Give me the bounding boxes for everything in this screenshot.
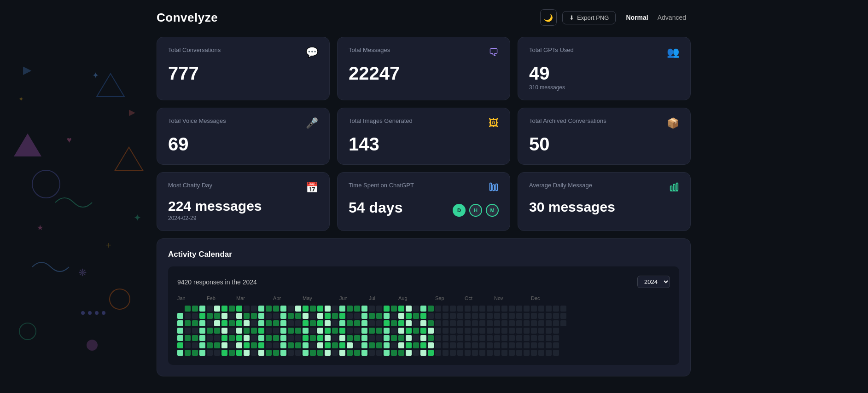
calendar-cell[interactable] [177, 335, 183, 341]
calendar-cell[interactable] [560, 342, 566, 348]
theme-toggle-button[interactable]: 🌙 [540, 9, 557, 26]
calendar-cell[interactable] [420, 342, 426, 348]
calendar-cell[interactable] [472, 350, 478, 356]
calendar-cell[interactable] [406, 313, 412, 319]
calendar-cell[interactable] [487, 306, 493, 312]
calendar-cell[interactable] [443, 342, 449, 348]
calendar-cell[interactable] [391, 320, 397, 326]
calendar-cell[interactable] [524, 335, 530, 341]
calendar-cell[interactable] [420, 328, 426, 334]
calendar-cell[interactable] [199, 335, 205, 341]
calendar-cell[interactable] [494, 350, 500, 356]
calendar-cell[interactable] [406, 335, 412, 341]
calendar-cell[interactable] [531, 306, 537, 312]
calendar-cell[interactable] [361, 320, 367, 326]
calendar-cell[interactable] [325, 320, 331, 326]
calendar-cell[interactable] [450, 342, 456, 348]
calendar-cell[interactable] [524, 350, 530, 356]
calendar-cell[interactable] [207, 306, 213, 312]
minute-badge[interactable]: M [486, 204, 499, 217]
calendar-cell[interactable] [273, 342, 279, 348]
calendar-cell[interactable] [288, 313, 294, 319]
calendar-cell[interactable] [531, 328, 537, 334]
calendar-cell[interactable] [266, 328, 272, 334]
calendar-cell[interactable] [435, 320, 441, 326]
calendar-cell[interactable] [479, 320, 485, 326]
calendar-cell[interactable] [560, 328, 566, 334]
calendar-cell[interactable] [420, 313, 426, 319]
calendar-cell[interactable] [361, 335, 367, 341]
calendar-cell[interactable] [266, 342, 272, 348]
calendar-cell[interactable] [258, 350, 264, 356]
calendar-cell[interactable] [509, 306, 515, 312]
calendar-cell[interactable] [317, 306, 323, 312]
calendar-cell[interactable] [413, 313, 419, 319]
calendar-cell[interactable] [546, 306, 552, 312]
calendar-cell[interactable] [332, 313, 338, 319]
calendar-cell[interactable] [317, 350, 323, 356]
calendar-cell[interactable] [428, 335, 434, 341]
calendar-cell[interactable] [177, 328, 183, 334]
calendar-cell[interactable] [398, 350, 404, 356]
calendar-cell[interactable] [443, 335, 449, 341]
calendar-cell[interactable] [236, 350, 242, 356]
calendar-cell[interactable] [214, 328, 220, 334]
calendar-cell[interactable] [192, 342, 198, 348]
calendar-cell[interactable] [509, 328, 515, 334]
calendar-cell[interactable] [303, 335, 309, 341]
calendar-cell[interactable] [398, 313, 404, 319]
calendar-cell[interactable] [280, 350, 286, 356]
calendar-cell[interactable] [369, 320, 375, 326]
calendar-cell[interactable] [199, 320, 205, 326]
calendar-cell[interactable] [229, 335, 235, 341]
calendar-cell[interactable] [280, 328, 286, 334]
calendar-cell[interactable] [280, 313, 286, 319]
calendar-cell[interactable] [457, 335, 463, 341]
calendar-cell[interactable] [325, 342, 331, 348]
calendar-cell[interactable] [465, 335, 471, 341]
calendar-cell[interactable] [479, 335, 485, 341]
calendar-cell[interactable] [317, 313, 323, 319]
calendar-cell[interactable] [457, 328, 463, 334]
calendar-cell[interactable] [420, 335, 426, 341]
calendar-cell[interactable] [509, 342, 515, 348]
calendar-cell[interactable] [251, 350, 257, 356]
calendar-cell[interactable] [199, 313, 205, 319]
calendar-cell[interactable] [192, 328, 198, 334]
calendar-cell[interactable] [391, 335, 397, 341]
calendar-cell[interactable] [487, 328, 493, 334]
calendar-cell[interactable] [347, 328, 353, 334]
calendar-cell[interactable] [347, 320, 353, 326]
calendar-cell[interactable] [509, 335, 515, 341]
calendar-cell[interactable] [501, 306, 507, 312]
calendar-cell[interactable] [266, 306, 272, 312]
calendar-cell[interactable] [273, 306, 279, 312]
calendar-cell[interactable] [369, 306, 375, 312]
calendar-cell[interactable] [538, 320, 544, 326]
calendar-cell[interactable] [472, 313, 478, 319]
calendar-cell[interactable] [509, 313, 515, 319]
calendar-cell[interactable] [325, 328, 331, 334]
calendar-cell[interactable] [443, 313, 449, 319]
calendar-cell[interactable] [428, 320, 434, 326]
calendar-cell[interactable] [207, 335, 213, 341]
calendar-cell[interactable] [325, 335, 331, 341]
calendar-cell[interactable] [487, 335, 493, 341]
calendar-cell[interactable] [391, 313, 397, 319]
calendar-cell[interactable] [339, 320, 345, 326]
calendar-cell[interactable] [177, 320, 183, 326]
calendar-cell[interactable] [472, 335, 478, 341]
calendar-cell[interactable] [531, 350, 537, 356]
calendar-cell[interactable] [553, 306, 559, 312]
calendar-cell[interactable] [420, 306, 426, 312]
calendar-cell[interactable] [354, 328, 360, 334]
calendar-cell[interactable] [288, 342, 294, 348]
calendar-cell[interactable] [560, 313, 566, 319]
calendar-cell[interactable] [339, 335, 345, 341]
calendar-cell[interactable] [472, 328, 478, 334]
calendar-cell[interactable] [310, 306, 316, 312]
calendar-cell[interactable] [428, 306, 434, 312]
calendar-cell[interactable] [221, 342, 227, 348]
calendar-cell[interactable] [214, 320, 220, 326]
calendar-cell[interactable] [185, 342, 191, 348]
